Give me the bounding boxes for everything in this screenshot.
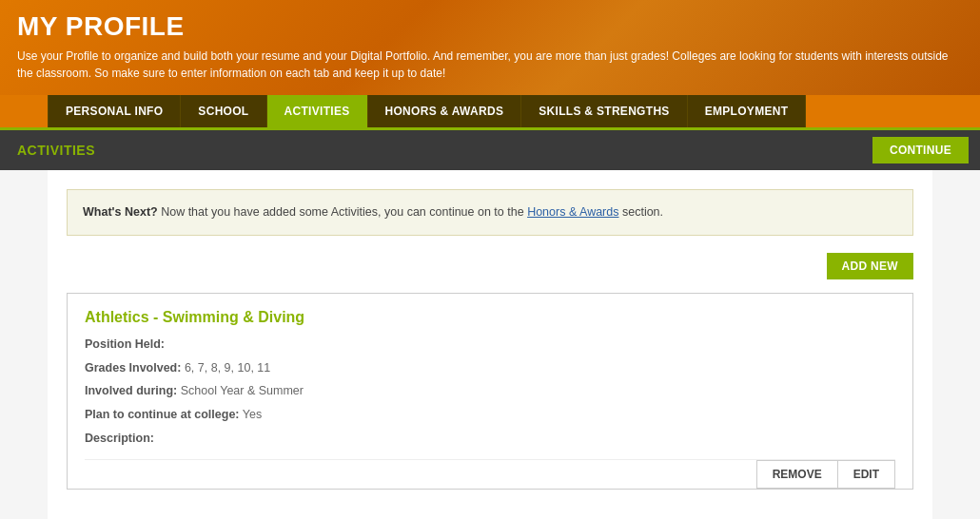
- field-label-plan: Plan to continue at college:: [85, 408, 240, 421]
- section-bar: ACTIVITIES CONTINUE: [0, 130, 980, 170]
- field-label-grades: Grades Involved:: [85, 361, 181, 375]
- edit-button[interactable]: EDIT: [838, 460, 895, 489]
- tab-honors-awards[interactable]: HONORS & AWARDS: [368, 95, 522, 127]
- whats-next-box: What's Next? Now that you have added som…: [67, 189, 913, 236]
- honors-awards-link[interactable]: Honors & Awards: [527, 205, 618, 219]
- activity-name: Athletics - Swimming & Diving: [85, 309, 895, 326]
- inner-content: What's Next? Now that you have added som…: [48, 170, 932, 519]
- add-new-button[interactable]: ADD NEW: [827, 253, 913, 279]
- whats-next-text: Now that you have added some Activities,…: [158, 205, 527, 219]
- tab-activities[interactable]: ACTIVITIES: [267, 95, 368, 127]
- activity-field-description: Description:: [85, 430, 895, 448]
- header-description: Use your Profile to organize and build b…: [17, 48, 950, 82]
- tab-school[interactable]: SCHOOL: [181, 95, 266, 127]
- page-header: MY PROFILE Use your Profile to organize …: [0, 0, 980, 95]
- whats-next-text-end: section.: [618, 205, 663, 219]
- add-new-row: ADD NEW: [67, 253, 913, 279]
- continue-button[interactable]: CONTINUE: [872, 137, 969, 163]
- field-value-grades: 6, 7, 8, 9, 10, 11: [185, 361, 270, 375]
- activity-card: Athletics - Swimming & Diving Position H…: [67, 293, 913, 490]
- whats-next-label: What's Next?: [83, 205, 158, 219]
- activity-card-footer: REMOVE EDIT: [85, 459, 895, 489]
- activity-field-plan: Plan to continue at college: Yes: [85, 406, 895, 424]
- field-label-description: Description:: [85, 432, 154, 445]
- field-label-position: Position Held:: [85, 337, 165, 351]
- tab-employment[interactable]: EMPLOYMENT: [688, 95, 807, 127]
- field-value-involved: School Year & Summer: [181, 384, 304, 397]
- field-label-involved: Involved during:: [85, 384, 177, 397]
- content-wrapper: ACTIVITIES CONTINUE What's Next? Now tha…: [0, 130, 980, 519]
- section-title: ACTIVITIES: [17, 143, 95, 158]
- remove-button[interactable]: REMOVE: [756, 460, 838, 489]
- main-content: What's Next? Now that you have added som…: [0, 170, 980, 519]
- tab-skills-strengths[interactable]: SKILLS & STRENGTHS: [521, 95, 687, 127]
- activity-field-involved: Involved during: School Year & Summer: [85, 382, 895, 400]
- page-title: MY PROFILE: [17, 11, 963, 42]
- tab-personal-info[interactable]: PERSONAL INFO: [48, 95, 181, 127]
- activity-field-grades: Grades Involved: 6, 7, 8, 9, 10, 11: [85, 359, 895, 377]
- activity-field-position: Position Held:: [85, 336, 895, 354]
- field-value-plan: Yes: [243, 408, 262, 421]
- navigation-tabs: PERSONAL INFO SCHOOL ACTIVITIES HONORS &…: [0, 95, 980, 130]
